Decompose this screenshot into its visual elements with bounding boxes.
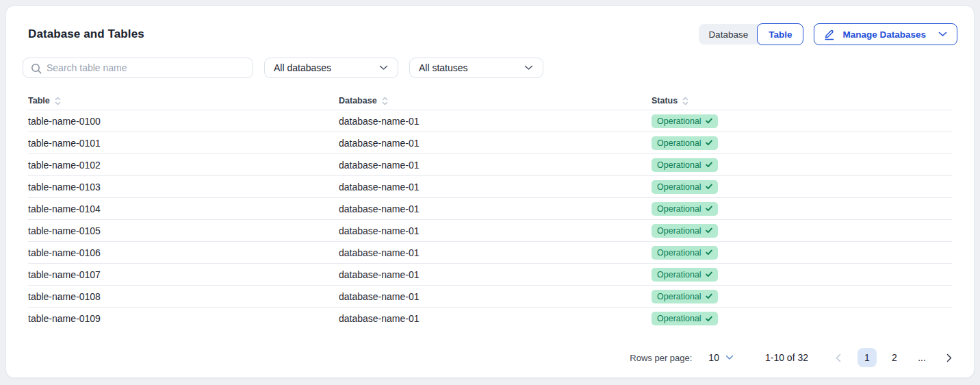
cell-table-name: table-name-0107 [28,269,339,280]
chevron-right-icon [946,353,952,362]
search-input[interactable] [47,58,253,77]
table-row[interactable]: table-name-0108database-name-01Operation… [28,286,952,308]
database-filter-select[interactable]: All databases [264,58,398,78]
column-header-database[interactable]: Database [339,96,652,105]
cell-table-name: table-name-0108 [28,291,339,302]
status-badge: Operational [652,158,718,172]
database-tables-panel: Database and Tables Database Table Manag… [5,5,975,378]
check-icon [706,227,712,234]
page-buttons: 12... [853,348,936,367]
next-page-button[interactable] [942,351,956,365]
table-row[interactable]: table-name-0107database-name-01Operation… [28,264,952,286]
table-row[interactable]: table-name-0100database-name-01Operation… [28,110,952,132]
check-icon [706,249,712,256]
page-button[interactable]: 2 [885,348,904,367]
previous-page-button[interactable] [831,351,845,365]
status-badge: Operational [652,224,718,238]
cell-status: Operational [652,180,952,194]
status-label: Operational [657,270,701,280]
cell-status: Operational [652,246,952,260]
cell-status: Operational [652,312,952,325]
search-icon [31,63,42,74]
chevron-down-icon [524,65,533,71]
table-header-row: Table Database Status [28,92,952,110]
table-row[interactable]: table-name-0109database-name-01Operation… [28,308,952,330]
table-row[interactable]: table-name-0102database-name-01Operation… [28,154,952,176]
check-icon [706,184,712,190]
status-badge: Operational [652,268,718,282]
cell-database-name: database-name-01 [339,138,652,149]
table-row[interactable]: table-name-0103database-name-01Operation… [28,176,952,198]
cell-status: Operational [652,114,952,128]
status-label: Operational [657,160,701,170]
status-label: Operational [657,292,701,301]
table-body: table-name-0100database-name-01Operation… [28,110,952,330]
status-badge: Operational [652,290,718,303]
toggle-database-button[interactable]: Database [699,24,758,45]
chevron-down-icon [938,32,947,37]
manage-databases-label: Manage Databases [842,29,926,40]
cell-database-name: database-name-01 [339,313,652,324]
status-badge: Operational [652,114,718,128]
check-icon [706,118,712,124]
cell-table-name: table-name-0106 [28,247,339,258]
cell-table-name: table-name-0105 [28,225,339,236]
panel-header: Database and Tables Database Table Manag… [23,23,957,46]
cell-status: Operational [652,202,952,216]
status-filter-select[interactable]: All statuses [409,58,543,78]
chevron-down-icon [379,65,388,71]
cell-status: Operational [652,158,952,172]
table-row[interactable]: table-name-0105database-name-01Operation… [28,220,952,242]
filters-row: All databases All statuses [23,58,957,78]
cell-database-name: database-name-01 [339,269,652,280]
rows-per-page-value: 10 [708,352,719,363]
check-icon [706,293,712,299]
cell-database-name: database-name-01 [339,291,652,302]
cell-status: Operational [652,136,952,150]
cell-table-name: table-name-0104 [28,203,339,214]
toggle-table-button[interactable]: Table [757,23,803,45]
cell-database-name: database-name-01 [339,225,652,236]
chevron-down-icon [725,355,734,360]
check-icon [706,162,712,168]
rows-per-page-label: Rows per page: [630,353,692,363]
status-label: Operational [657,248,701,258]
page-button[interactable]: ... [912,348,931,367]
column-label: Status [652,96,678,105]
status-badge: Operational [652,136,718,150]
cell-table-name: table-name-0103 [28,182,339,192]
status-label: Operational [657,182,701,192]
cell-table-name: table-name-0101 [28,138,339,149]
column-label: Database [339,96,377,105]
cell-database-name: database-name-01 [339,160,652,171]
status-filter-value: All statuses [419,62,468,73]
status-badge: Operational [652,202,718,216]
cell-database-name: database-name-01 [339,247,652,258]
cell-table-name: table-name-0102 [28,160,339,171]
pagination-range-text: 1-10 of 32 [765,352,808,363]
cell-status: Operational [652,224,952,238]
status-label: Operational [657,314,701,323]
page-button-current[interactable]: 1 [858,348,877,367]
column-header-table[interactable]: Table [28,96,339,105]
table-row[interactable]: table-name-0106database-name-01Operation… [28,242,952,264]
manage-databases-button[interactable]: Manage Databases [814,23,957,45]
column-header-status[interactable]: Status [652,96,952,105]
header-controls: Database Table Manage Databases [699,23,957,45]
status-label: Operational [657,116,701,126]
cell-database-name: database-name-01 [339,182,652,192]
rows-per-page-select[interactable]: 10 [708,352,734,363]
cell-status: Operational [652,268,952,282]
pencil-icon [824,29,836,40]
table-row[interactable]: table-name-0101database-name-01Operation… [28,132,952,154]
check-icon [706,316,712,322]
search-box [23,58,253,78]
status-badge: Operational [652,246,718,260]
page-title: Database and Tables [28,27,144,41]
check-icon [706,140,712,146]
table-row[interactable]: table-name-0104database-name-01Operation… [28,198,952,220]
database-filter-value: All databases [274,62,331,73]
status-label: Operational [657,226,701,236]
cell-database-name: database-name-01 [339,203,652,214]
status-label: Operational [657,204,701,214]
